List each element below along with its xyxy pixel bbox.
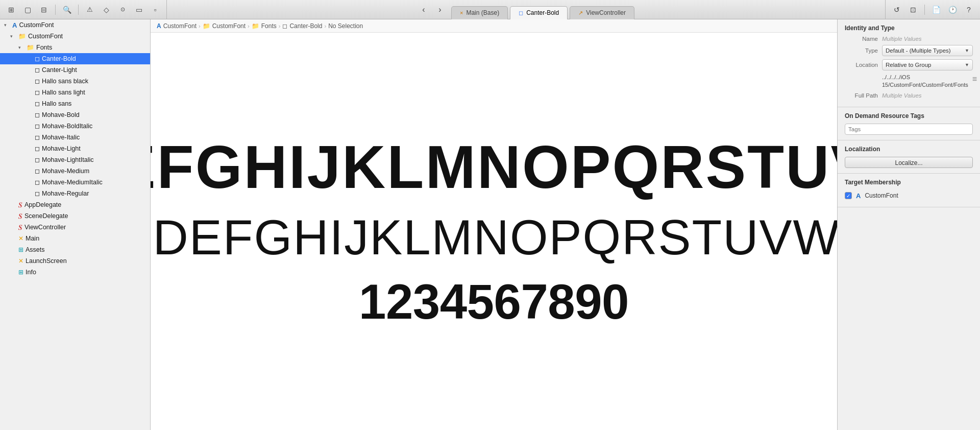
sidebar-item-mohave-italic[interactable]: ◻ Mohave-Italic — [0, 132, 150, 143]
sidebar-item-mohave-bold[interactable]: ◻ Mohave-Bold — [0, 109, 150, 121]
breadcrumb-label-1[interactable]: CustomFont — [163, 22, 197, 30]
sidebar-item-label-6: Hallo sans black — [42, 78, 88, 85]
toolbar-copy-btn[interactable]: ⊙ — [115, 4, 130, 16]
type-select[interactable]: Default - (Multiple Types) ▼ — [882, 45, 973, 56]
nav-back-btn[interactable]: ‹ — [416, 4, 431, 16]
toolbar: ⊞ ▢ ⊟ 🔍 ⚠ ◇ ⊙ ▭ ▫ ‹ › × Main (Base) ◻ — [0, 0, 980, 19]
sidebar-item-scenedelegate[interactable]: 𝑺 SceneDelegate — [0, 210, 150, 222]
toolbar-view-btn-3[interactable]: ⊟ — [37, 4, 51, 16]
toolbar-help-btn[interactable]: ? — [962, 4, 976, 16]
breadcrumb-label-3[interactable]: Fonts — [261, 22, 277, 30]
toolbar-warn-btn[interactable]: ⚠ — [83, 4, 97, 16]
toolbar-view-btn-1[interactable]: ⊞ — [4, 4, 18, 16]
nav-forward-btn[interactable]: › — [433, 4, 447, 16]
sidebar-item-mohave-medium[interactable]: ◻ Mohave-Medium — [0, 165, 150, 177]
storyboard-icon-2: ✕ — [18, 257, 23, 265]
sidebar-item-label-12: Mohave-Light — [42, 145, 81, 152]
breadcrumb-item-3[interactable]: 📁 Fonts — [252, 22, 277, 30]
sidebar-item-mohave-lightitalic[interactable]: ◻ Mohave-LightItalic — [0, 154, 150, 165]
field-value-name: Multiple Values — [882, 36, 922, 42]
sidebar-item-mohave-regular[interactable]: ◻ Mohave-Regular — [0, 188, 150, 199]
path-browse-btn[interactable]: ≡ — [972, 75, 977, 84]
sidebar-item-label-14: Mohave-Medium — [42, 168, 89, 175]
target-checkbox-1[interactable]: ✓ — [845, 192, 852, 199]
swift-icon-2: 𝑺 — [18, 212, 22, 221]
app-window: ⊞ ▢ ⊟ 🔍 ⚠ ◇ ⊙ ▭ ▫ ‹ › × Main (Base) ◻ — [0, 0, 980, 430]
assets-icon-1: ⊞ — [18, 246, 23, 253]
location-select-value: Relative to Group — [886, 62, 932, 68]
sidebar-item-canter-light[interactable]: ◻ Canter-Light — [0, 64, 150, 76]
file-icon-3: ◻ — [35, 78, 40, 85]
file-icon-7: ◻ — [35, 123, 40, 130]
tab-canter-bold[interactable]: ◻ Canter-Bold — [510, 6, 568, 19]
sidebar-item-fonts-group[interactable]: ▾ 📁 Fonts — [0, 42, 150, 53]
sidebar-item-mohave-light[interactable]: ◻ Mohave-Light — [0, 143, 150, 154]
content-area: A CustomFont › 📁 CustomFont › 📁 Fonts › … — [151, 19, 837, 430]
sidebar-item-customfont-group[interactable]: ▾ 📁 CustomFont — [0, 31, 150, 42]
target-app-icon: A — [856, 192, 861, 200]
toolbar-refresh-btn[interactable]: ↺ — [890, 4, 904, 16]
tab-canter-bold-icon: ◻ — [519, 10, 523, 16]
file-icon-10: ◻ — [35, 156, 40, 163]
sidebar-item-label-18: SceneDelegate — [24, 212, 68, 220]
sidebar-item-label: CustomFont — [19, 21, 54, 29]
toolbar-panel-btn[interactable]: ⊡ — [906, 4, 920, 16]
localize-button[interactable]: Localize... — [845, 157, 973, 168]
sidebar-item-assets[interactable]: ⊞ Assets — [0, 244, 150, 255]
field-row-location: Location Relative to Group ▼ — [845, 59, 973, 70]
toolbar-small-rect-btn[interactable]: ▫ — [148, 4, 162, 16]
toolbar-diamond-btn[interactable]: ◇ — [99, 4, 113, 16]
swift-icon-3: 𝑺 — [18, 223, 22, 232]
field-row-fullpath: Full Path Multiple Values — [845, 92, 973, 99]
breadcrumb-label-4[interactable]: Canter-Bold — [289, 22, 322, 30]
arrow-icon: ▾ — [4, 22, 10, 28]
toolbar-search-btn[interactable]: 🔍 — [60, 4, 74, 16]
sidebar-item-launchscreen[interactable]: ✕ LaunchScreen — [0, 255, 150, 267]
toolbar-rect-btn[interactable]: ▭ — [132, 4, 146, 16]
tab-canter-bold-label: Canter-Bold — [526, 9, 559, 16]
breadcrumb-sep-1: › — [199, 23, 201, 29]
sidebar-item-canter-bold[interactable]: ◻ Canter-Bold — [0, 53, 150, 64]
breadcrumb-item-1[interactable]: A CustomFont — [157, 22, 197, 30]
sidebar-item-main[interactable]: ✕ Main — [0, 233, 150, 244]
breadcrumb-icon-3: 📁 — [252, 22, 259, 30]
breadcrumb-icon-4: ◻ — [282, 22, 287, 30]
field-label-fullpath: Full Path — [845, 92, 878, 99]
location-select[interactable]: Relative to Group ▼ — [882, 59, 973, 70]
main-layout: ▾ A CustomFont ▾ 📁 CustomFont ▾ 📁 Fonts … — [0, 19, 980, 430]
breadcrumb-item-4[interactable]: ◻ Canter-Bold — [282, 22, 322, 30]
panel-target: Target Membership ✓ A CustomFont — [838, 174, 980, 207]
preview-uppercase-large: ABCDEFGHIJKLMNOPQRSTUVWXYZ — [151, 134, 837, 201]
breadcrumb-item-2[interactable]: 📁 CustomFont — [203, 22, 246, 30]
sidebar-item-label-13: Mohave-LightItalic — [42, 156, 93, 163]
sidebar-item-label-11: Mohave-Italic — [42, 134, 80, 141]
sidebar-item-hallo-black[interactable]: ◻ Hallo sans black — [0, 76, 150, 87]
tab-main-base[interactable]: × Main (Base) — [451, 6, 508, 19]
toolbar-view-btn-2[interactable]: ▢ — [20, 4, 35, 16]
panel-on-demand: On Demand Resource Tags — [838, 107, 980, 140]
sidebar-item-label-15: Mohave-MediumItalic — [42, 179, 103, 186]
file-icon-13: ◻ — [35, 190, 40, 197]
sidebar-item-label-19: ViewController — [24, 224, 66, 231]
sidebar-item-label-22: LaunchScreen — [26, 257, 67, 265]
sidebar-item-mohave-bolditalic[interactable]: ◻ Mohave-BoldItalic — [0, 121, 150, 132]
sidebar-item-customfont-root[interactable]: ▾ A CustomFont — [0, 19, 150, 31]
toolbar-clock-btn[interactable]: 🕐 — [945, 4, 960, 16]
breadcrumb-sep-4: › — [324, 23, 326, 29]
sidebar-item-label-2: CustomFont — [28, 33, 63, 40]
arrow-icon-2: ▾ — [10, 34, 16, 39]
breadcrumb: A CustomFont › 📁 CustomFont › 📁 Fonts › … — [151, 19, 837, 33]
sidebar-item-mohave-mediumitalic[interactable]: ◻ Mohave-MediumItalic — [0, 177, 150, 188]
tab-viewcontroller[interactable]: ↗ ViewController — [570, 6, 634, 19]
type-select-arrow: ▼ — [965, 48, 969, 53]
sidebar-item-info[interactable]: ⊞ Info — [0, 267, 150, 278]
breadcrumb-label-2[interactable]: CustomFont — [212, 22, 246, 30]
sidebar-item-appdelegate[interactable]: 𝑺 AppDelegate — [0, 199, 150, 210]
tags-input[interactable] — [845, 124, 973, 135]
type-select-value: Default - (Multiple Types) — [886, 47, 951, 54]
sidebar-item-viewcontroller[interactable]: 𝑺 ViewController — [0, 222, 150, 233]
right-panel: Identity and Type Name Multiple Values T… — [837, 19, 980, 430]
sidebar-item-hallo-light[interactable]: ◻ Hallo sans light — [0, 87, 150, 98]
sidebar-item-hallo-sans[interactable]: ◻ Hallo sans — [0, 98, 150, 109]
toolbar-file-btn[interactable]: 📄 — [929, 4, 943, 16]
